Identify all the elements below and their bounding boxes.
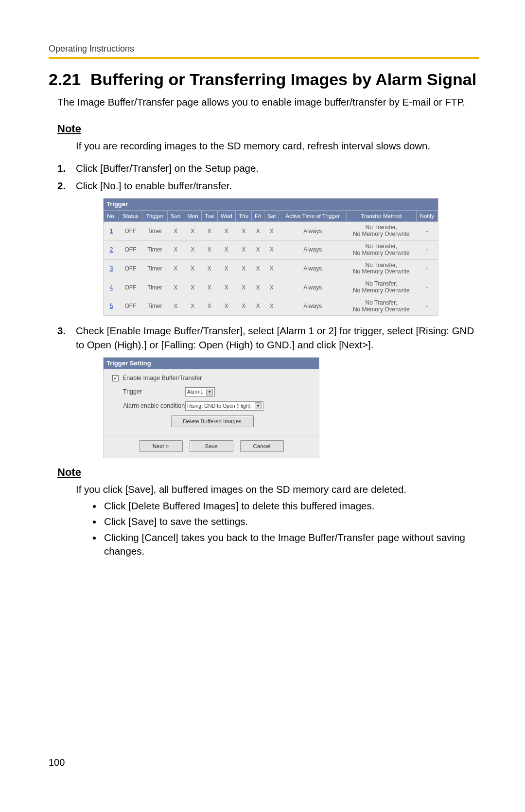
enable-buffer-checkbox[interactable]: [112, 375, 119, 381]
row-no: 2: [104, 240, 119, 259]
col-sun: Sun: [167, 211, 184, 222]
row-sat: X: [264, 297, 279, 316]
trigger-select[interactable]: Alarm1 ▼: [185, 387, 215, 397]
step-3: Check [Enable Image Buffer/Transfer], se…: [57, 324, 479, 458]
table-row: 1OFFTimerXXXXXXXAlwaysNo Transfer,No Mem…: [104, 222, 438, 241]
row-status: OFF: [119, 278, 142, 297]
section-heading: 2.21 Buffering or Transferring Images by…: [49, 71, 479, 89]
row-notify: -: [416, 278, 438, 297]
row-method: No Transfer,No Memory Overwrite: [346, 297, 416, 316]
col-mon: Mon: [184, 211, 201, 222]
bullet-2: Click [Save] to save the settings.: [102, 515, 479, 528]
row-no-link[interactable]: 3: [110, 265, 113, 272]
alarm-condition-value: Rising: GND to Open (High).: [187, 402, 252, 410]
row-trigger: Timer: [142, 278, 167, 297]
row-thu: X: [236, 240, 252, 259]
note-2-bullets: Click [Delete Buffered Images] to delete…: [49, 499, 479, 558]
cancel-button[interactable]: Cancel: [240, 440, 284, 452]
table-row: 5OFFTimerXXXXXXXAlwaysNo Transfer,No Mem…: [104, 297, 438, 316]
page-number: 100: [49, 757, 65, 768]
row-sat: X: [264, 240, 279, 259]
trigger-figure: Trigger No. Status Trigger Sun Mon Tue W…: [103, 198, 479, 316]
row-thu: X: [236, 278, 252, 297]
row-no-link[interactable]: 2: [110, 246, 113, 253]
col-method: Transfer Method: [346, 211, 416, 222]
alarm-condition-label: Alarm enable condition: [112, 402, 185, 411]
row-tue: X: [201, 240, 217, 259]
delete-buffered-images-button[interactable]: Delete Buffered Images: [171, 415, 254, 427]
row-sun: X: [167, 278, 184, 297]
col-no: No.: [104, 211, 119, 222]
row-mon: X: [184, 240, 201, 259]
col-notify: Notify: [416, 211, 438, 222]
row-method: No Transfer,No Memory Overwrite: [346, 240, 416, 259]
trigger-select-value: Alarm1: [187, 388, 203, 396]
row-fri: X: [252, 259, 264, 278]
row-sun: X: [167, 222, 184, 241]
note-label-2: Note: [57, 466, 479, 479]
row-fri: X: [252, 240, 264, 259]
col-wed: Wed: [217, 211, 235, 222]
row-tue: X: [201, 222, 217, 241]
row-no-link[interactable]: 4: [110, 284, 113, 291]
col-fri: Fri: [252, 211, 264, 222]
save-button[interactable]: Save: [190, 440, 233, 452]
row-thu: X: [236, 222, 252, 241]
intro-paragraph: The Image Buffer/Transfer page allows yo…: [57, 95, 479, 109]
table-row: 3OFFTimerXXXXXXXAlwaysNo Transfer,No Mem…: [104, 259, 438, 278]
step-2: Click [No.] to enable buffer/transfer. T…: [57, 179, 479, 316]
row-fri: X: [252, 278, 264, 297]
row-tue: X: [201, 297, 217, 316]
col-trigger: Trigger: [142, 211, 167, 222]
col-active: Active Time of Trigger: [279, 211, 347, 222]
row-wed: X: [217, 278, 235, 297]
row-status: OFF: [119, 259, 142, 278]
trigger-label: Trigger: [112, 388, 185, 397]
steps-list: Click [Buffer/Transfer] on the Setup pag…: [57, 162, 479, 458]
row-active: Always: [279, 278, 347, 297]
row-notify: -: [416, 259, 438, 278]
chevron-down-icon: ▼: [255, 402, 262, 409]
row-wed: X: [217, 240, 235, 259]
row-thu: X: [236, 259, 252, 278]
header-rule: [49, 57, 479, 59]
step-2-text: Click [No.] to enable buffer/transfer.: [76, 180, 232, 191]
row-notify: -: [416, 222, 438, 241]
row-no-link[interactable]: 5: [110, 303, 113, 309]
row-active: Always: [279, 240, 347, 259]
row-no-link[interactable]: 1: [110, 228, 113, 235]
enable-buffer-label: Enable Image Buffer/Transfer: [122, 374, 202, 383]
trigger-setting-panel: Trigger Setting Enable Image Buffer/Tran…: [103, 357, 319, 458]
note-body: If you are recording images to the SD me…: [76, 139, 479, 153]
row-sun: X: [167, 240, 184, 259]
row-mon: X: [184, 259, 201, 278]
next-button[interactable]: Next >: [139, 440, 183, 452]
col-status: Status: [119, 211, 142, 222]
row-trigger: Timer: [142, 297, 167, 316]
trigger-panel: Trigger No. Status Trigger Sun Mon Tue W…: [103, 198, 438, 316]
row-wed: X: [217, 297, 235, 316]
row-active: Always: [279, 259, 347, 278]
row-trigger: Timer: [142, 240, 167, 259]
row-wed: X: [217, 222, 235, 241]
row-fri: X: [252, 222, 264, 241]
note-body-2: If you click [Save], all buffered images…: [76, 483, 479, 496]
row-wed: X: [217, 259, 235, 278]
row-active: Always: [279, 297, 347, 316]
row-notify: -: [416, 297, 438, 316]
row-trigger: Timer: [142, 259, 167, 278]
row-trigger: Timer: [142, 222, 167, 241]
alarm-condition-select[interactable]: Rising: GND to Open (High). ▼: [185, 401, 263, 411]
col-thu: Thu: [236, 211, 252, 222]
row-sun: X: [167, 297, 184, 316]
row-no: 4: [104, 278, 119, 297]
bullet-1: Click [Delete Buffered Images] to delete…: [102, 499, 479, 513]
running-header: Operating Instructions: [49, 44, 479, 54]
row-status: OFF: [119, 222, 142, 241]
row-thu: X: [236, 297, 252, 316]
row-status: OFF: [119, 297, 142, 316]
step-1-text: Click [Buffer/Transfer] on the Setup pag…: [76, 162, 259, 174]
trigger-panel-title: Trigger: [104, 198, 438, 210]
row-notify: -: [416, 240, 438, 259]
row-tue: X: [201, 278, 217, 297]
